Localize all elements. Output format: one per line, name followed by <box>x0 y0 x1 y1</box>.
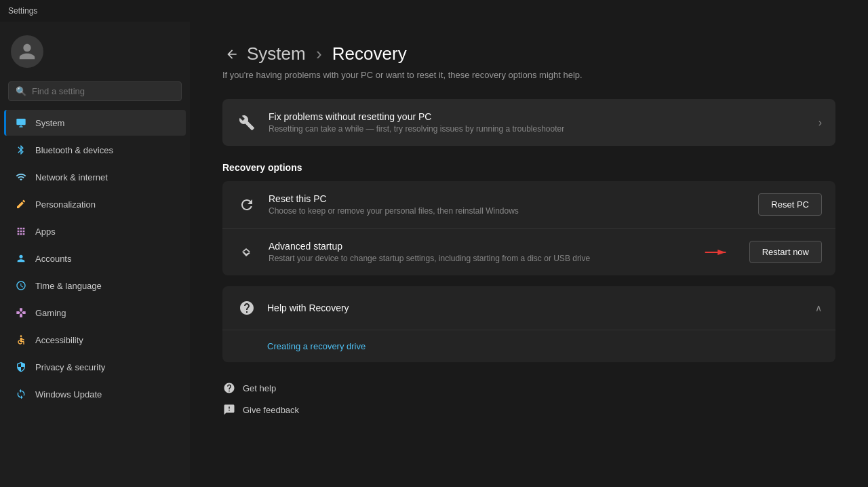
system-icon <box>15 117 27 129</box>
fix-problems-text: Fix problems without resetting your PC R… <box>269 111 808 134</box>
help-chevron-icon: ∧ <box>815 303 822 313</box>
sidebar-item-system[interactable]: System <box>4 110 186 136</box>
sidebar-item-network[interactable]: Network & internet <box>4 164 186 190</box>
page-description: If you're having problems with your PC o… <box>222 70 835 80</box>
avatar[interactable] <box>11 35 43 68</box>
help-recovery-icon <box>236 297 258 319</box>
titlebar: Settings <box>0 0 868 22</box>
give-feedback-link[interactable]: Give feedback <box>222 403 835 416</box>
fix-problems-chevron: › <box>818 117 822 129</box>
search-icon: 🔍 <box>16 86 26 96</box>
back-button[interactable] <box>222 45 241 64</box>
privacy-icon <box>15 361 27 373</box>
footer-links: Get help Give feedback <box>222 381 835 416</box>
get-help-label: Get help <box>243 383 276 393</box>
gaming-icon <box>15 307 27 319</box>
sidebar-item-gaming-label: Gaming <box>35 308 66 318</box>
titlebar-title: Settings <box>8 6 37 16</box>
sidebar-item-privacy-label: Privacy & security <box>35 362 105 372</box>
help-recovery-header[interactable]: Help with Recovery ∧ <box>222 286 835 330</box>
fix-problems-icon <box>236 112 258 134</box>
update-icon <box>15 388 27 400</box>
fix-problems-row[interactable]: Fix problems without resetting your PC R… <box>222 99 835 146</box>
app-container: 🔍 System Bluetooth & devices Network & i… <box>0 22 868 487</box>
reset-pc-subtitle: Choose to keep or remove your personal f… <box>269 206 747 216</box>
sidebar-item-update[interactable]: Windows Update <box>4 381 186 407</box>
restart-now-button[interactable]: Restart now <box>749 241 822 263</box>
advanced-startup-title: Advanced startup <box>269 241 692 252</box>
sidebar-item-network-label: Network & internet <box>35 172 108 182</box>
reset-pc-row: Reset this PC Choose to keep or remove y… <box>222 181 835 229</box>
reset-pc-text: Reset this PC Choose to keep or remove y… <box>269 193 747 216</box>
bluetooth-icon <box>15 144 27 156</box>
search-box[interactable]: 🔍 <box>8 81 182 101</box>
back-icon <box>225 47 239 61</box>
sidebar: 🔍 System Bluetooth & devices Network & i… <box>0 22 190 487</box>
recovery-options-title: Recovery options <box>222 162 835 173</box>
sidebar-item-accessibility-label: Accessibility <box>35 335 83 345</box>
breadcrumb-parent: System <box>247 43 306 64</box>
advanced-startup-row: Advanced startup Restart your device to … <box>222 229 835 275</box>
avatar-icon <box>18 42 37 61</box>
sidebar-header <box>0 27 190 79</box>
sidebar-item-privacy[interactable]: Privacy & security <box>4 354 186 380</box>
give-feedback-icon <box>222 403 236 416</box>
reset-pc-icon <box>236 194 258 216</box>
network-icon <box>15 171 27 183</box>
main-content: System › Recovery If you're having probl… <box>190 22 868 487</box>
svg-rect-0 <box>16 119 25 125</box>
advanced-startup-subtitle: Restart your device to change startup se… <box>269 254 692 263</box>
red-arrow-icon <box>703 246 730 259</box>
sidebar-item-apps-label: Apps <box>35 227 56 237</box>
arrow-indicator <box>703 246 730 259</box>
personalization-icon <box>15 198 27 210</box>
fix-problems-card: Fix problems without resetting your PC R… <box>222 99 835 146</box>
get-help-link[interactable]: Get help <box>222 381 835 395</box>
search-input[interactable] <box>32 86 174 96</box>
sidebar-item-gaming[interactable]: Gaming <box>4 300 186 326</box>
sidebar-item-bluetooth-label: Bluetooth & devices <box>35 145 113 155</box>
sidebar-item-bluetooth[interactable]: Bluetooth & devices <box>4 137 186 163</box>
reset-pc-button[interactable]: Reset PC <box>758 193 822 216</box>
sidebar-item-accounts-label: Accounts <box>35 254 71 264</box>
sidebar-item-personalization-label: Personalization <box>35 199 96 210</box>
sidebar-item-time[interactable]: Time & language <box>4 273 186 298</box>
give-feedback-label: Give feedback <box>243 405 299 415</box>
breadcrumb-separator: › <box>316 43 322 64</box>
sidebar-item-personalization[interactable]: Personalization <box>4 191 186 217</box>
sidebar-item-apps[interactable]: Apps <box>4 218 186 244</box>
sidebar-item-accounts[interactable]: Accounts <box>4 246 186 271</box>
fix-problems-title: Fix problems without resetting your PC <box>269 111 808 122</box>
advanced-startup-icon <box>236 241 258 263</box>
sidebar-item-update-label: Windows Update <box>35 389 102 400</box>
breadcrumb: System › Recovery <box>247 43 407 64</box>
time-icon <box>15 279 27 292</box>
sidebar-item-time-label: Time & language <box>35 281 102 291</box>
get-help-icon <box>222 381 236 395</box>
recovery-options-card: Reset this PC Choose to keep or remove y… <box>222 181 835 275</box>
help-recovery-title: Help with Recovery <box>267 303 806 313</box>
help-recovery-card: Help with Recovery ∧ Creating a recovery… <box>222 286 835 362</box>
advanced-startup-text: Advanced startup Restart your device to … <box>269 241 692 263</box>
svg-point-3 <box>20 335 22 337</box>
fix-problems-subtitle: Resetting can take a while — first, try … <box>269 124 808 134</box>
sidebar-item-system-label: System <box>35 118 64 128</box>
reset-pc-title: Reset this PC <box>269 193 747 204</box>
creating-recovery-drive-link[interactable]: Creating a recovery drive <box>222 333 835 359</box>
page-header: System › Recovery <box>222 43 835 64</box>
accounts-icon <box>15 252 27 265</box>
apps-icon <box>15 225 27 237</box>
breadcrumb-current: Recovery <box>332 43 407 64</box>
accessibility-icon <box>15 334 27 346</box>
help-recovery-content: Creating a recovery drive <box>222 330 835 362</box>
sidebar-item-accessibility[interactable]: Accessibility <box>4 327 186 353</box>
